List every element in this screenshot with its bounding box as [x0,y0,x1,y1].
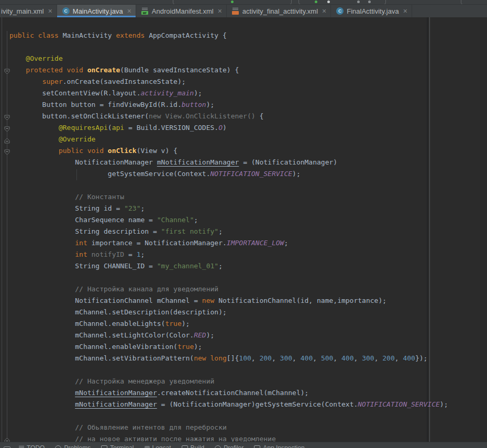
bottom-tool-window-bar: TODOProblemsTerminalLogcatBuildProfilerA… [0,442,487,448]
tab-close-icon[interactable]: × [403,7,407,15]
terminal-icon [101,445,107,448]
code-line [0,272,487,283]
code-line: NotificationManager mNotificationManager… [0,157,487,168]
problems-icon [55,445,61,448]
code-line: String id = "23"; [0,203,487,214]
toolwindow-button-label: Build [191,444,205,448]
toolbar-button-icon[interactable] [327,1,330,3]
code-line: mChannel.setLightColor(Color.RED); [0,330,487,341]
todo-list-icon [19,446,24,448]
manifest-file-icon: MF [141,7,149,15]
editor-tab-finalacttivity-java[interactable]: CFinalActtivity.java× [331,5,412,17]
fold-marker-icon[interactable] [4,67,10,73]
code-line: // Настройка менеджера уведомлений [0,376,487,387]
toolwindow-button-label: Profiler [224,444,244,448]
code-line: mChannel.setVibrationPattern(new long[]{… [0,353,487,364]
fold-marker-icon[interactable] [4,148,10,154]
toolwindow-button-build[interactable]: Build [176,442,210,448]
code-line: Button button = findViewById(R.id.button… [0,99,487,111]
toolwindow-button-app-inspection[interactable]: App Inspection [249,442,309,448]
tab-close-icon[interactable]: × [127,7,131,15]
tab-close-icon[interactable]: × [218,7,222,15]
code-line [0,41,487,53]
code-line: setContentView(R.layout.activity_main); [0,88,487,99]
run-configuration-widget[interactable] [298,0,386,5]
code-line: NotificationChannel mChannel = new Notif… [0,295,487,307]
toolwindow-button-label: Logcat [152,444,171,448]
editor-tab-ivity-main-xml[interactable]: ivity_main.xml× [0,5,57,17]
toolwindow-button-profiler[interactable]: Profiler [209,442,249,448]
java-class-icon: C [62,7,70,15]
editor-area[interactable]: public class MainActivity extends AppCom… [0,17,487,442]
code-line: getSystemService(Context.NOTIFICATION_SE… [0,168,487,180]
toolwindow-button-todo[interactable]: TODO [14,442,50,448]
code-line: int notifyID = 1; [0,249,487,260]
fold-marker-icon[interactable] [4,136,10,142]
fold-marker-icon[interactable] [4,125,10,130]
android-studio-window: { "theme": { "editor_bg": "#2b2b2b", "ta… [0,0,487,448]
tab-close-icon[interactable]: × [322,7,326,15]
run-configuration-widget[interactable] [461,0,487,5]
code-pane: public class MainActivity extends AppCom… [0,30,487,442]
editor-tab-androidmanifest-xml[interactable]: MFAndroidManifest.xml× [136,5,227,17]
tab-close-icon[interactable]: × [48,7,52,15]
tab-label: activity_final_acttivity.xml [242,7,318,15]
tab-label: FinalActtivity.java [347,7,399,15]
tab-label: MainActivity.java [73,7,123,15]
toolbar-button-icon[interactable] [368,1,371,3]
toolwindow-button-label: Problems [64,444,91,448]
layout-xml-file-icon [232,7,239,15]
code-line: String CHANNEL_ID = "my_channel_01"; [0,260,487,272]
toolwindow-button-problems[interactable]: Problems [50,442,96,448]
app-inspection-icon [254,445,260,448]
tab-label: ivity_main.xml [1,7,44,15]
toolbar-button-icon[interactable] [315,1,317,3]
tab-label: AndroidManifest.xml [152,7,214,15]
tool-window-switcher-icon[interactable] [0,442,14,448]
code-line: super.onCreate(savedInstanceState); [0,76,487,88]
code-line: @RequiresApi(api = Build.VERSION_CODES.O… [0,122,487,134]
code-line: protected void onCreate(Bundle savedInst… [0,64,487,76]
code-line: public class MainActivity extends AppCom… [0,30,487,41]
java-class-icon: C [336,7,344,15]
code-line [0,410,487,422]
fold-marker-icon[interactable] [4,113,10,119]
code-line [0,180,487,191]
code-line: // Константы [0,191,487,203]
code-line: mChannel.setDescription(description); [0,307,487,318]
profiler-icon [215,445,221,448]
code-line: mChannel.enableVibration(true); [0,341,487,353]
code-line: CharSequence name = "Channel"; [0,214,487,226]
toolwindow-button-logcat[interactable]: Logcat [139,442,176,448]
code-line: public void onClick(View v) { [0,145,487,157]
build-hammer-icon [182,445,188,448]
toolbar-button-icon[interactable] [231,1,234,3]
main-toolbar-sliver [0,0,487,5]
editor-tab-bar: ivity_main.xml×CMainActivity.java×MFAndr… [0,5,487,17]
code-line: @Override [0,134,487,145]
logcat-icon [145,446,150,448]
code-line: // Настройка канала для уведомлений [0,283,487,295]
editor-tab-activity-final-acttivity-xml[interactable]: activity_final_acttivity.xml× [227,5,331,17]
code-line: button.setOnClickListener(new View.OnCli… [0,111,487,122]
code-line: @Override [0,53,487,64]
editor-tab-mainactivity-java[interactable]: CMainActivity.java× [57,5,136,17]
code-line [0,364,487,376]
toolwindow-button-terminal[interactable]: Terminal [96,442,139,448]
code-line: mNotificationManager = (NotificationMana… [0,399,487,410]
code-line: // на новое активити после нажатия на ув… [0,433,487,442]
code-line: mNotificationManager.createNotificationC… [0,387,487,399]
toolwindow-button-label: Terminal [110,444,134,448]
code-line: mChannel.enableLights(true); [0,318,487,330]
toolwindow-button-label: TODO [27,444,45,448]
toolbar-button-icon[interactable] [357,1,360,3]
code-line: // Обьявление интентов для переброски [0,422,487,433]
code-line: int importance = NotificationManager.IMP… [0,237,487,249]
fold-marker-icon[interactable] [4,436,10,442]
toolwindow-button-label: App Inspection [263,444,304,448]
code-line: String description = "first notify"; [0,226,487,237]
